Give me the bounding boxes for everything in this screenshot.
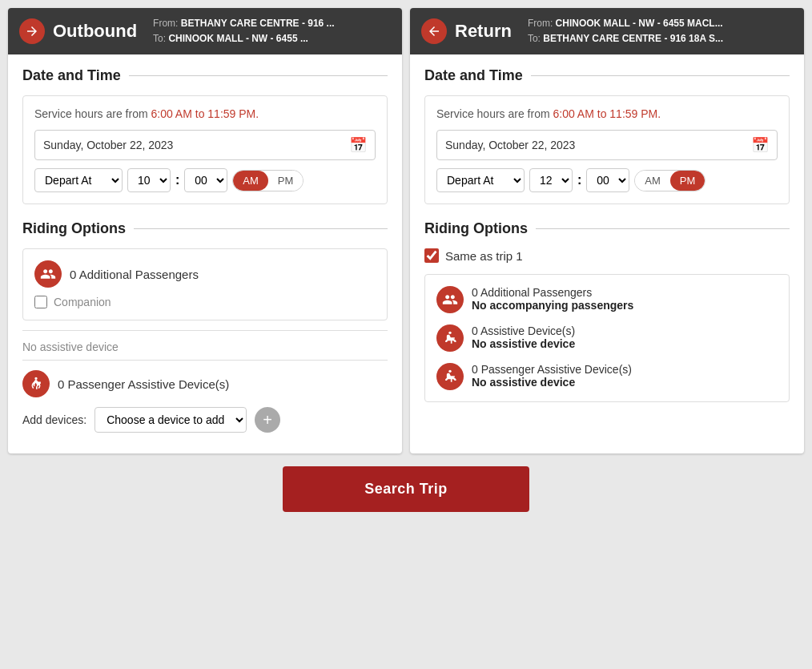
outbound-riding-options: Riding Options 0 Additional Passengers C… — [22, 220, 388, 433]
search-trip-button[interactable]: Search Trip — [283, 466, 529, 512]
return-body: Date and Time Service hours are from 6:0… — [410, 54, 804, 423]
outbound-passengers-label: 0 Additional Passengers — [70, 268, 199, 281]
outbound-pm-button[interactable]: PM — [268, 171, 303, 191]
outbound-add-devices-row: Add devices: Choose a device to add + — [22, 407, 388, 433]
outbound-from-value: BETHANY CARE CENTRE - 916 ... — [181, 18, 335, 29]
return-summary-passengers: 0 Additional Passengers No accompanying … — [436, 286, 778, 313]
return-to-value: BETHANY CARE CENTRE - 916 18A S... — [543, 33, 723, 44]
return-same-as-trip-checkbox[interactable] — [424, 248, 439, 263]
outbound-routes: From: BETHANY CARE CENTRE - 916 ... To: … — [153, 16, 335, 46]
return-passenger-assistive-text: 0 Passenger Assistive Device(s) No assis… — [472, 363, 632, 389]
return-time-row: Depart At 12 : 00 AM PM — [436, 168, 778, 192]
outbound-from-label: From: — [153, 18, 178, 29]
return-riding-options: Riding Options Same as trip 1 0 Addition… — [424, 220, 790, 402]
outbound-header: Outbound From: BETHANY CARE CENTRE - 916… — [8, 8, 402, 54]
return-passengers-text: 0 Additional Passengers No accompanying … — [472, 286, 633, 312]
outbound-passenger-assistive-row: 0 Passenger Assistive Device(s) — [22, 370, 388, 397]
return-calendar-icon: 📅 — [751, 136, 769, 154]
outbound-assistive-section: No assistive device 0 Passenger Assistiv… — [22, 330, 388, 433]
outbound-card: Outbound From: BETHANY CARE CENTRE - 916… — [8, 8, 402, 453]
return-datetime-title: Date and Time — [424, 67, 790, 84]
return-from-value: CHINOOK MALL - NW - 6455 MACL... — [556, 18, 723, 29]
outbound-datetime-box: Service hours are from 6:00 AM to 11:59 … — [22, 95, 388, 204]
return-routes: From: CHINOOK MALL - NW - 6455 MACL... T… — [528, 16, 723, 46]
outbound-passenger-assistive-label: 0 Passenger Assistive Device(s) — [58, 377, 229, 391]
return-title: Return — [455, 21, 512, 42]
outbound-ampm-group: AM PM — [232, 170, 303, 191]
return-same-as-trip-label: Same as trip 1 — [445, 249, 523, 263]
return-passenger-assistive-icon — [436, 363, 464, 390]
outbound-assistive-icon — [22, 370, 50, 397]
outbound-service-hours: Service hours are from 6:00 AM to 11:59 … — [34, 107, 376, 120]
outbound-time-row: Depart At 10 : 00 AM PM — [34, 168, 376, 192]
outbound-direction-icon — [19, 18, 45, 44]
return-direction-icon — [421, 18, 447, 44]
return-am-button[interactable]: AM — [635, 171, 670, 191]
return-card: Return From: CHINOOK MALL - NW - 6455 MA… — [410, 8, 804, 453]
return-summary-assistive: 0 Assistive Device(s) No assistive devic… — [436, 324, 778, 352]
outbound-calendar-icon: 📅 — [349, 136, 367, 154]
outbound-companion-row: Companion — [34, 296, 376, 308]
outbound-to-label: To: — [153, 33, 166, 44]
return-summary-box: 0 Additional Passengers No accompanying … — [424, 274, 790, 402]
outbound-date-value: Sunday, October 22, 2023 — [43, 139, 173, 151]
return-riding-title: Riding Options — [424, 220, 790, 237]
outbound-companion-label: Companion — [54, 296, 111, 308]
outbound-minute-select[interactable]: 00 — [184, 168, 227, 192]
return-ampm-group: AM PM — [634, 170, 705, 191]
return-assistive-text: 0 Assistive Device(s) No assistive devic… — [472, 324, 575, 350]
return-header: Return From: CHINOOK MALL - NW - 6455 MA… — [410, 8, 804, 54]
return-assistive-icon — [436, 324, 464, 352]
outbound-no-assistive-text: No assistive device — [22, 341, 388, 361]
return-date-row[interactable]: Sunday, October 22, 2023 📅 — [436, 130, 778, 160]
outbound-add-devices-label: Add devices: — [22, 413, 86, 426]
return-passengers-icon — [436, 286, 464, 313]
outbound-am-button[interactable]: AM — [233, 171, 268, 191]
outbound-date-row[interactable]: Sunday, October 22, 2023 📅 — [34, 130, 376, 160]
search-trip-bar: Search Trip — [8, 466, 804, 512]
outbound-passengers-icon — [34, 260, 62, 288]
return-minute-select[interactable]: 00 — [586, 168, 629, 192]
trips-container: Outbound From: BETHANY CARE CENTRE - 916… — [8, 8, 804, 453]
outbound-device-select[interactable]: Choose a device to add — [94, 407, 247, 433]
outbound-riding-title: Riding Options — [22, 220, 388, 237]
return-to-label: To: — [528, 33, 541, 44]
return-hour-select[interactable]: 12 — [529, 168, 573, 192]
svg-point-0 — [448, 332, 451, 334]
outbound-passengers-box: 0 Additional Passengers Companion — [22, 248, 388, 320]
return-pm-button[interactable]: PM — [670, 171, 705, 191]
return-depart-select[interactable]: Depart At — [436, 168, 525, 192]
return-service-hours: Service hours are from 6:00 AM to 11:59 … — [436, 107, 778, 120]
outbound-depart-select[interactable]: Depart At — [34, 168, 123, 192]
outbound-datetime-title: Date and Time — [22, 67, 388, 84]
return-from-label: From: — [528, 18, 553, 29]
outbound-title: Outbound — [53, 21, 137, 42]
return-same-as-trip-row: Same as trip 1 — [424, 248, 790, 263]
return-summary-passenger-assistive: 0 Passenger Assistive Device(s) No assis… — [436, 363, 778, 390]
return-date-value: Sunday, October 22, 2023 — [445, 139, 575, 151]
outbound-add-device-button[interactable]: + — [255, 407, 280, 433]
outbound-passengers-row: 0 Additional Passengers — [34, 260, 376, 288]
outbound-to-value: CHINOOK MALL - NW - 6455 ... — [168, 33, 308, 44]
outbound-companion-checkbox[interactable] — [34, 296, 47, 308]
outbound-hour-select[interactable]: 10 — [127, 168, 171, 192]
return-datetime-box: Service hours are from 6:00 AM to 11:59 … — [424, 95, 790, 204]
outbound-body: Date and Time Service hours are from 6:0… — [8, 54, 402, 453]
svg-point-1 — [448, 370, 451, 373]
